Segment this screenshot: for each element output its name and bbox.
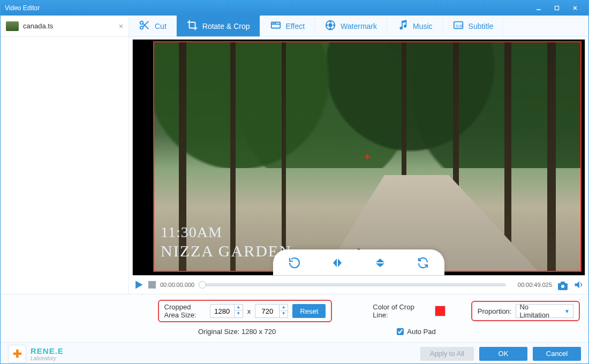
svg-point-5 <box>140 26 144 29</box>
window-title: Video Editor <box>5 4 530 12</box>
original-size-label: Original Size: 1280 x 720 <box>198 328 276 336</box>
svg-marker-20 <box>135 281 142 289</box>
cancel-button[interactable]: Cancel <box>533 347 581 361</box>
svg-point-14 <box>330 21 331 22</box>
watermark-icon <box>324 19 336 33</box>
tab-music[interactable]: Music <box>387 16 443 36</box>
main-toolbar: Cut Rotate & Crop Effect Watermark Music… <box>129 16 588 36</box>
tab-effect[interactable]: Effect <box>260 16 315 36</box>
tab-watermark[interactable]: Watermark <box>315 16 387 36</box>
crop-line-color-swatch[interactable] <box>435 306 445 316</box>
refresh-button[interactable] <box>414 254 432 271</box>
collapse-caret-icon[interactable]: ⌄ <box>356 244 361 252</box>
svg-point-22 <box>561 285 564 288</box>
seek-slider[interactable] <box>199 283 506 286</box>
crop-width-stepper[interactable]: ▲▼ <box>210 304 243 318</box>
x-separator: x <box>247 307 251 315</box>
height-up-icon[interactable]: ▲ <box>279 305 288 311</box>
tab-label: Rotate & Crop <box>202 22 250 31</box>
tab-subtitle[interactable]: SUB Subtitle <box>443 16 504 36</box>
svg-point-13 <box>329 24 332 27</box>
subtitle-icon: SUB <box>452 19 464 33</box>
close-file-icon[interactable]: × <box>119 22 123 31</box>
close-button[interactable] <box>566 2 584 14</box>
crop-center-icon[interactable]: + <box>364 150 371 163</box>
tab-label: Cut <box>155 22 167 31</box>
svg-rect-1 <box>555 6 559 10</box>
svg-point-11 <box>275 23 275 24</box>
crop-height-stepper[interactable]: ▲▼ <box>255 304 288 318</box>
svg-point-15 <box>330 28 331 29</box>
crop-settings-panel: Cropped Area Size: ▲▼ x ▲▼ Reset Color o… <box>1 294 588 342</box>
brand-line1: RENE.E <box>31 346 64 355</box>
proportion-group: Proportion: No Limitation ▼ <box>471 301 580 321</box>
tab-label: Effect <box>286 22 305 31</box>
title-bar: Video Editor <box>1 1 588 16</box>
svg-marker-24 <box>575 281 579 288</box>
cropped-area-label: Cropped Area Size: <box>164 303 206 319</box>
crop-height-input[interactable] <box>255 307 279 315</box>
maximize-button[interactable] <box>548 2 566 14</box>
stop-button[interactable] <box>148 281 156 289</box>
rotate-flip-toolbar: ⌄ <box>273 249 444 276</box>
rotate-cw-button[interactable] <box>286 254 303 271</box>
crop-line-color-label: Color of Crop Line: <box>373 303 425 319</box>
brand-icon: ✚ <box>8 345 26 363</box>
ok-button[interactable]: OK <box>479 347 527 361</box>
minimize-button[interactable] <box>530 2 548 14</box>
video-preview[interactable]: 11:30AM NIZZA GARDEN + ⌄ <box>132 39 585 276</box>
svg-point-17 <box>334 25 335 26</box>
tab-label: Watermark <box>341 22 377 31</box>
file-thumbnail <box>6 21 19 31</box>
effect-icon <box>270 19 282 33</box>
tab-rotate-crop[interactable]: Rotate & Crop <box>177 16 260 36</box>
scissors-icon <box>139 19 150 33</box>
crop-icon <box>186 19 198 33</box>
width-up-icon[interactable]: ▲ <box>234 305 243 311</box>
auto-pad-input[interactable] <box>397 328 404 335</box>
proportion-value: No Limitation <box>519 303 549 319</box>
file-list-area <box>1 37 129 294</box>
snapshot-button[interactable] <box>556 279 569 290</box>
flip-horizontal-button[interactable] <box>329 254 346 271</box>
seek-knob[interactable] <box>199 281 206 289</box>
volume-button[interactable] <box>573 279 584 290</box>
svg-text:SUB: SUB <box>455 24 462 28</box>
tab-label: Music <box>413 22 433 31</box>
width-down-icon[interactable]: ▼ <box>234 311 243 317</box>
svg-point-16 <box>327 25 328 26</box>
crop-width-input[interactable] <box>210 307 234 315</box>
play-button[interactable] <box>133 279 144 290</box>
file-tab[interactable]: canada.ts × <box>1 16 129 37</box>
cropped-area-group: Cropped Area Size: ▲▼ x ▲▼ Reset <box>158 300 333 322</box>
auto-pad-label: Auto Pad <box>407 328 436 336</box>
svg-rect-23 <box>561 282 565 284</box>
proportion-label: Proportion: <box>478 307 512 315</box>
brand-line2: Laboratory <box>31 355 64 361</box>
brand-logo: ✚ RENE.E Laboratory <box>8 345 64 363</box>
tab-cut[interactable]: Cut <box>129 16 177 36</box>
reset-button[interactable]: Reset <box>292 304 326 318</box>
file-name: canada.ts <box>23 22 53 30</box>
chevron-down-icon: ▼ <box>564 308 570 314</box>
footer-bar: ✚ RENE.E Laboratory Apply to All OK Canc… <box>1 342 588 364</box>
svg-point-10 <box>273 23 273 24</box>
crop-rectangle[interactable]: + <box>153 41 582 272</box>
total-time: 00:00:49.025 <box>510 282 552 288</box>
auto-pad-checkbox[interactable]: Auto Pad <box>397 328 436 336</box>
current-time: 00:00:00.000 <box>160 282 194 288</box>
height-down-icon[interactable]: ▼ <box>279 311 288 317</box>
tab-label: Subtitle <box>469 22 494 31</box>
apply-to-all-button[interactable]: Apply to All <box>420 347 474 361</box>
flip-vertical-button[interactable] <box>372 254 389 271</box>
music-icon <box>397 19 409 33</box>
svg-point-4 <box>140 21 144 25</box>
proportion-select[interactable]: No Limitation ▼ <box>516 304 573 318</box>
playback-bar: 00:00:00.000 00:00:49.025 <box>129 276 588 294</box>
